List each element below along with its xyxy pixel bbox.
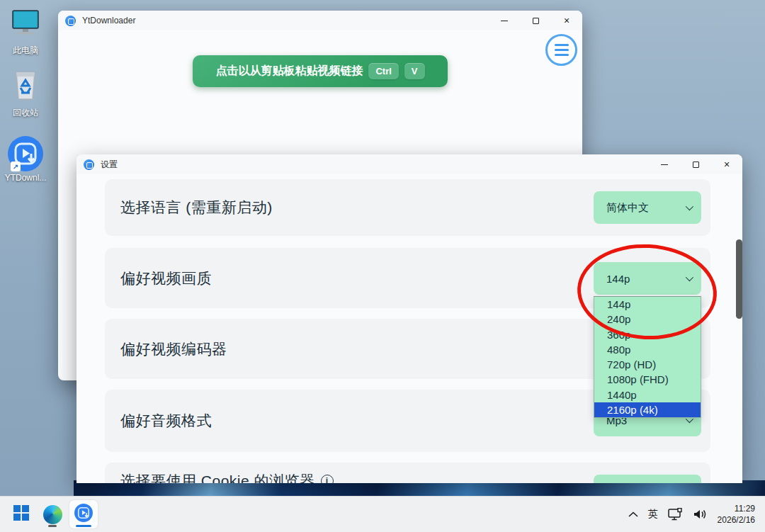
system-tray: 英 11:29 2026/2/16 (628, 503, 765, 526)
running-indicator (48, 525, 57, 527)
hamburger-icon (555, 44, 569, 47)
volume-icon[interactable] (693, 509, 708, 520)
settings-window: 设置 × 选择语言 (需重新启动) 简体中文 偏好视频画质 144p 144p … (76, 154, 742, 483)
shortcut-arrow-icon: ↗ (11, 162, 21, 171)
desktop-icon-this-pc[interactable]: 此电脑 (3, 9, 48, 57)
recycle-bin-icon (3, 68, 48, 105)
minimize-button[interactable] (489, 11, 520, 30)
language-label: 选择语言 (需重新启动) (120, 198, 273, 217)
ime-indicator[interactable]: 英 (648, 508, 658, 521)
paste-button-label: 点击以从剪贴板粘贴视频链接 (215, 64, 363, 79)
cookie-browser-dropdown[interactable] (594, 475, 701, 483)
minimize-button[interactable] (649, 154, 680, 174)
dropdown-option[interactable]: 1440p (594, 387, 701, 402)
settings-app-icon (84, 159, 94, 170)
taskbar-clock[interactable]: 11:29 2026/2/16 (718, 503, 755, 526)
tray-date: 2026/2/16 (718, 514, 755, 526)
close-button[interactable]: × (551, 11, 582, 30)
taskbar: 英 11:29 2026/2/16 (0, 496, 765, 532)
edge-browser-button[interactable] (38, 500, 67, 528)
settings-window-titlebar[interactable]: 设置 × (76, 154, 742, 174)
desktop-icon-ytdownloader[interactable]: ↗ YTDownl... (3, 135, 48, 183)
tray-time: 11:29 (718, 503, 755, 514)
video-quality-dropdown[interactable]: 144p (594, 262, 701, 295)
main-window-titlebar[interactable]: YtDownloader × (58, 11, 582, 30)
video-quality-value: 144p (606, 273, 630, 285)
desktop: { "desktop": { "icons": [ { "label": "此电… (0, 0, 765, 532)
language-dropdown[interactable]: 简体中文 (594, 191, 701, 224)
dropdown-option-highlighted[interactable]: 2160p (4k) (594, 402, 701, 417)
video-quality-label: 偏好视频画质 (120, 268, 212, 288)
edge-browser-icon (43, 505, 62, 524)
cookie-browser-label: 选择要使用 Cookie 的浏览器 i (120, 471, 334, 483)
chevron-down-icon (686, 273, 693, 281)
windows-start-icon (13, 505, 29, 523)
display-network-icon[interactable] (668, 508, 684, 521)
v-keycap: V (404, 63, 425, 79)
start-button[interactable] (7, 500, 35, 528)
close-button[interactable]: × (711, 154, 742, 174)
dropdown-option[interactable]: 1080p (FHD) (594, 372, 701, 387)
audio-format-label: 偏好音频格式 (120, 411, 212, 431)
ytdownloader-icon: ↗ (6, 135, 45, 173)
paste-from-clipboard-button[interactable]: 点击以从剪贴板粘贴视频链接 Ctrl V (193, 55, 448, 87)
desktop-icon-label: 回收站 (3, 107, 48, 119)
active-indicator (76, 525, 91, 527)
maximize-button[interactable] (680, 154, 711, 174)
desktop-icon-recycle-bin[interactable]: 回收站 (3, 68, 48, 119)
dropdown-option[interactable]: 360p (594, 327, 701, 342)
maximize-button[interactable] (520, 11, 551, 30)
hamburger-menu-button[interactable] (545, 34, 577, 66)
ytdownloader-icon (74, 503, 94, 526)
dropdown-option[interactable]: 144p (594, 297, 701, 312)
dropdown-option[interactable]: 720p (HD) (594, 357, 701, 372)
main-window-title: YtDownloader (82, 16, 135, 26)
desktop-icon-label: YTDownl... (3, 173, 48, 183)
info-icon[interactable]: i (321, 475, 334, 483)
desktop-icon-label: 此电脑 (3, 45, 48, 57)
settings-window-title: 设置 (101, 159, 118, 171)
language-value: 简体中文 (606, 201, 649, 215)
video-quality-options-list: 144p 240p 360p 480p 720p (HD) 1080p (FHD… (594, 296, 701, 418)
scrollbar-thumb[interactable] (736, 239, 742, 319)
dropdown-option[interactable]: 240p (594, 312, 701, 327)
this-pc-icon (3, 9, 48, 43)
dropdown-option[interactable]: 480p (594, 342, 701, 357)
chevron-down-icon (686, 203, 693, 210)
tray-chevron-up-icon[interactable] (628, 511, 638, 518)
video-encoder-label: 偏好视频编码器 (120, 339, 227, 359)
ytdownloader-taskbar-button[interactable] (69, 500, 98, 528)
app-icon (65, 16, 76, 26)
ctrl-keycap: Ctrl (368, 63, 398, 79)
